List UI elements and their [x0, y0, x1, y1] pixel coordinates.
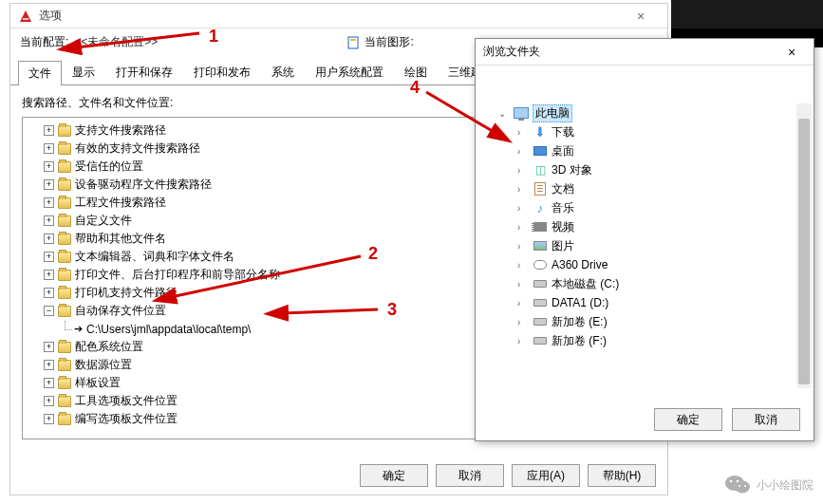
- annotation-4: 4: [410, 78, 420, 98]
- chevron-icon[interactable]: ›: [517, 165, 529, 176]
- expand-icon[interactable]: +: [44, 161, 54, 172]
- expand-icon[interactable]: +: [44, 252, 54, 262]
- browse-item-5[interactable]: ›♪音乐: [498, 198, 804, 217]
- tab-0[interactable]: 文件: [18, 61, 62, 85]
- app-icon: [18, 9, 33, 24]
- browse-item-8[interactable]: ›A360 Drive: [498, 255, 804, 274]
- expand-icon[interactable]: +: [44, 360, 54, 370]
- browse-item-0[interactable]: ⌄此电脑: [498, 103, 804, 122]
- folder-icon: [58, 161, 71, 173]
- tree-item-label: 文本编辑器、词典和字体文件名: [75, 249, 234, 265]
- svg-point-9: [737, 480, 739, 483]
- options-button-0[interactable]: 确定: [360, 464, 428, 487]
- browse-item-7[interactable]: ›图片: [498, 236, 804, 255]
- chevron-icon[interactable]: ›: [517, 146, 529, 157]
- tab-1[interactable]: 显示: [62, 60, 105, 84]
- expand-icon[interactable]: +: [44, 288, 54, 298]
- browse-close-button[interactable]: ×: [777, 45, 806, 60]
- chevron-icon[interactable]: ›: [517, 279, 529, 289]
- folder-icon: [58, 143, 71, 155]
- expand-icon[interactable]: +: [44, 125, 54, 136]
- dialog-title: 选项: [39, 8, 622, 24]
- browse-item-10[interactable]: ›DATA1 (D:): [498, 293, 804, 312]
- folder-icon: [58, 197, 71, 209]
- chevron-icon[interactable]: ›: [517, 222, 529, 233]
- expand-icon[interactable]: +: [44, 143, 54, 154]
- expand-icon[interactable]: −: [44, 306, 54, 316]
- folder-icon: [58, 342, 71, 353]
- folder-icon: [58, 414, 71, 425]
- browse-item-11[interactable]: ›新加卷 (E:): [498, 312, 804, 331]
- options-button-2[interactable]: 应用(A): [512, 464, 580, 487]
- browse-button-1[interactable]: 取消: [732, 408, 800, 431]
- tree-item-label: 工具选项板文件位置: [75, 393, 178, 409]
- chevron-icon[interactable]: ›: [517, 203, 529, 214]
- tab-4[interactable]: 系统: [261, 60, 305, 84]
- browse-item-1[interactable]: ›⬇下载: [498, 122, 804, 141]
- browse-item-3[interactable]: ›◫3D 对象: [498, 160, 804, 179]
- browse-item-label: 本地磁盘 (C:): [552, 276, 619, 292]
- expand-icon[interactable]: +: [44, 342, 54, 352]
- disk-icon: [533, 315, 548, 328]
- chevron-icon[interactable]: ›: [517, 298, 529, 308]
- tree-item-label: 编写选项板文件位置: [75, 411, 178, 427]
- scrollbar[interactable]: [796, 103, 812, 388]
- tree-item-label: 帮助和其他文件名: [75, 231, 166, 247]
- scrollbar-thumb[interactable]: [798, 119, 810, 384]
- current-config-value: <<未命名配置>>: [74, 34, 158, 50]
- folder-icon: [58, 270, 71, 281]
- close-button[interactable]: ×: [622, 9, 660, 24]
- expand-icon[interactable]: +: [44, 179, 54, 190]
- button-row: 确定取消应用(A)帮助(H): [360, 464, 656, 487]
- chevron-icon[interactable]: ›: [517, 127, 529, 138]
- folder-icon: [58, 233, 71, 245]
- browse-item-9[interactable]: ›本地磁盘 (C:): [498, 274, 804, 293]
- tree-item-label: 数据源位置: [75, 357, 132, 373]
- expand-icon[interactable]: +: [44, 197, 54, 208]
- options-button-3[interactable]: 帮助(H): [588, 464, 656, 487]
- browse-item-4[interactable]: ›文档: [498, 179, 804, 198]
- tab-5[interactable]: 用户系统配置: [305, 60, 394, 84]
- svg-point-7: [735, 481, 750, 494]
- browse-item-label: DATA1 (D:): [552, 296, 608, 309]
- browse-item-label: 3D 对象: [552, 162, 592, 178]
- browse-item-label: A360 Drive: [552, 258, 608, 271]
- browse-item-2[interactable]: ›桌面: [498, 141, 804, 160]
- current-config-label: 当前配置:: [20, 34, 68, 50]
- expand-icon[interactable]: +: [44, 233, 54, 244]
- expand-icon[interactable]: +: [44, 215, 54, 226]
- watermark-text: 小小绘图院: [757, 477, 814, 494]
- annotation-1: 1: [209, 27, 218, 47]
- tree-item-label: 支持文件搜索路径: [75, 122, 166, 139]
- tree-item-label: 工程文件搜索路径: [75, 195, 166, 211]
- tab-3[interactable]: 打印和发布: [183, 60, 261, 84]
- expand-icon[interactable]: +: [44, 270, 54, 280]
- chevron-icon[interactable]: ›: [517, 260, 529, 271]
- chevron-icon[interactable]: ›: [517, 241, 529, 252]
- tree-item-label: 自动保存文件位置: [75, 303, 166, 319]
- browse-item-6[interactable]: ›视频: [498, 217, 804, 236]
- wechat-icon: [724, 473, 751, 498]
- browse-button-0[interactable]: 确定: [654, 408, 722, 431]
- browse-item-label: 音乐: [552, 200, 574, 216]
- expand-icon[interactable]: +: [44, 396, 54, 406]
- chevron-icon[interactable]: ›: [517, 336, 529, 346]
- options-button-1[interactable]: 取消: [436, 464, 504, 487]
- tab-2[interactable]: 打开和保存: [105, 60, 183, 84]
- svg-rect-1: [350, 39, 356, 41]
- chevron-icon[interactable]: ›: [517, 184, 529, 195]
- browse-tree[interactable]: ⌄此电脑›⬇下载›桌面›◫3D 对象›文档›♪音乐›视频›图片›A360 Dri…: [476, 65, 814, 388]
- expand-icon[interactable]: +: [44, 414, 54, 424]
- tree-item-label: 有效的支持文件搜索路径: [75, 140, 200, 157]
- annotation-2: 2: [368, 244, 378, 264]
- browse-item-label: 图片: [552, 238, 574, 254]
- browse-item-12[interactable]: ›新加卷 (F:): [498, 331, 804, 350]
- desk-icon: [533, 144, 548, 158]
- expand-icon[interactable]: +: [44, 378, 54, 388]
- disk-icon: [533, 296, 548, 309]
- browse-folder-dialog: 浏览文件夹 × ⌄此电脑›⬇下载›桌面›◫3D 对象›文档›♪音乐›视频›图片›…: [475, 38, 814, 441]
- chevron-icon[interactable]: ›: [517, 317, 529, 327]
- folder-icon: [58, 306, 71, 317]
- video-icon: [533, 220, 548, 233]
- chevron-icon[interactable]: ⌄: [498, 108, 510, 119]
